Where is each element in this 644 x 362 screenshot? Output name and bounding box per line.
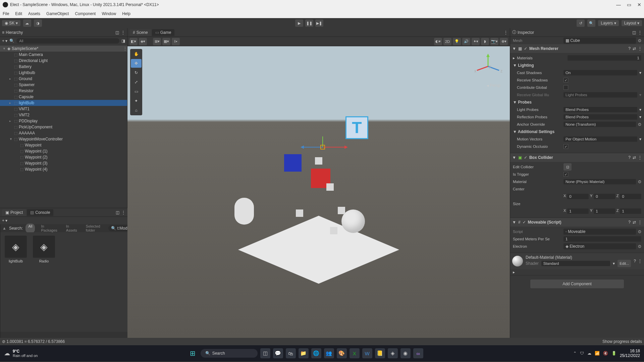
draw-mode-dropdown[interactable]: ◐▾: [434, 38, 442, 45]
menu-file[interactable]: File: [3, 11, 9, 16]
tray-volume-icon[interactable]: 🔇: [603, 351, 608, 356]
explorer-icon[interactable]: 📁: [299, 348, 309, 358]
shader-dropdown[interactable]: Standard: [541, 261, 610, 266]
projection-label[interactable]: ◂ Persp: [487, 83, 500, 88]
taskbar-search[interactable]: 🔍 Search: [201, 349, 258, 358]
taskbar-clock[interactable]: 16:18 25/12/2022: [620, 349, 640, 358]
mesh-value[interactable]: ▦ Cube: [564, 38, 636, 44]
shader-edit-button[interactable]: Edit...: [618, 260, 631, 267]
edge-icon[interactable]: 🌐: [311, 348, 321, 358]
menu-assets[interactable]: Assets: [28, 11, 40, 16]
close-button[interactable]: ✕: [637, 2, 641, 7]
minimize-button[interactable]: —: [616, 2, 621, 7]
transform-tool[interactable]: ✦: [131, 97, 142, 105]
hierarchy-item[interactable]: ⬚ Lightbulb: [0, 70, 127, 76]
filter-in-packages[interactable]: In Packages: [38, 224, 60, 233]
asset-item[interactable]: ◈lightBulb: [4, 236, 28, 263]
grid-dropdown[interactable]: ⊞▾: [153, 38, 161, 45]
account-dropdown[interactable]: ◉ SK ▾: [2, 20, 20, 26]
inspector-lock-icon[interactable]: ◫: [632, 30, 636, 35]
status-error-icon[interactable]: ⊘: [2, 339, 5, 344]
pivot-dropdown[interactable]: ◧▾: [129, 38, 138, 45]
hierarchy-item[interactable]: ⬚ Waypoint (4): [0, 166, 127, 172]
hierarchy-item[interactable]: ⬚ Waypoint (1): [0, 148, 127, 154]
mesh-picker-icon[interactable]: ⊙: [638, 38, 641, 43]
2d-toggle[interactable]: 2D: [443, 38, 451, 45]
progress-details-button[interactable]: Show progress details: [602, 339, 642, 344]
mesh-renderer-header[interactable]: ▼▦✓ Mesh Renderer ?⇄⋮: [510, 44, 644, 53]
receive-shadows-checkbox[interactable]: ✓: [564, 78, 568, 82]
hierarchy-lock-icon[interactable]: ◫: [115, 30, 119, 35]
center-z-input[interactable]: 0: [620, 194, 641, 199]
rotate-tool[interactable]: ↻: [131, 68, 142, 77]
hierarchy-item[interactable]: ▸⬚ PDDisplay: [0, 118, 127, 124]
scene-viewport[interactable]: ✋ ✥ ↻ ⤢ ▭ ✦ ⌂ xzy ◂ Persp T: [127, 46, 510, 338]
is-trigger-checkbox[interactable]: ✓: [564, 172, 568, 177]
lighting-toggle[interactable]: 💡: [453, 38, 461, 45]
weather-widget[interactable]: ☁ 9°CRain off and on: [4, 349, 38, 358]
snap-dropdown[interactable]: ▦▾: [162, 38, 170, 45]
pause-button[interactable]: ❚❚: [305, 19, 313, 27]
center-y-input[interactable]: 0: [594, 194, 615, 199]
vs-icon[interactable]: ∞: [413, 348, 423, 358]
tray-wifi-icon[interactable]: 📶: [595, 351, 600, 356]
tray-chevron-icon[interactable]: ⌃: [573, 351, 577, 356]
center-x-input[interactable]: 0: [567, 194, 589, 199]
cloud-icon[interactable]: ☁: [23, 19, 31, 27]
excel-icon[interactable]: X: [350, 348, 360, 358]
inspector-tab[interactable]: Inspector: [518, 30, 534, 35]
light-probes-dropdown[interactable]: Blend Probes: [564, 107, 637, 112]
physic-material-field[interactable]: None (Physic Material): [564, 179, 636, 184]
hierarchy-item[interactable]: ⬚ VMT2: [0, 112, 127, 118]
hierarchy-tab[interactable]: Hierarchy: [6, 30, 23, 35]
reflection-probes-dropdown[interactable]: Blend Probes: [564, 114, 637, 120]
step-button[interactable]: ▶❚: [315, 19, 323, 27]
hierarchy-item[interactable]: ⬚ Resistor: [0, 88, 127, 94]
hierarchy-filter-icon[interactable]: ◨: [121, 39, 125, 43]
chrome-icon[interactable]: ◉: [400, 348, 411, 358]
local-dropdown[interactable]: ◈▾: [139, 38, 147, 45]
teams-icon[interactable]: 👥: [324, 348, 334, 358]
filter-all[interactable]: All: [25, 224, 35, 233]
version-control-icon[interactable]: ◑: [34, 19, 42, 27]
hierarchy-item[interactable]: ⬚ Directional Light: [0, 58, 127, 64]
hierarchy-create-dropdown[interactable]: + ▾: [2, 39, 7, 43]
orientation-gizmo[interactable]: xzy: [473, 53, 503, 80]
hierarchy-item[interactable]: ⬚ Waypoint (2): [0, 154, 127, 160]
hierarchy-item[interactable]: ⬚ Waypoint (3): [0, 160, 127, 166]
hierarchy-item[interactable]: ⬚ PickUpComponent: [0, 124, 127, 130]
scene-tab[interactable]: # Scene: [129, 29, 151, 36]
console-tab[interactable]: ▤ Console: [27, 209, 53, 216]
project-lock-icon[interactable]: ◫: [116, 210, 119, 215]
add-component-button[interactable]: Add Component: [530, 280, 624, 288]
motion-vectors-dropdown[interactable]: Per Object Motion: [564, 136, 637, 142]
electron-field[interactable]: ◈ Electron: [564, 243, 636, 249]
tray-battery-icon[interactable]: 🔋: [611, 351, 616, 356]
layers-dropdown[interactable]: Layers ▾: [598, 20, 619, 26]
menu-component[interactable]: Component: [75, 11, 96, 16]
box-collider-header[interactable]: ▼▣✓ Box Collider ?⇄⋮: [510, 153, 644, 162]
menu-help[interactable]: Help: [122, 11, 130, 16]
undo-history-icon[interactable]: ↺: [577, 19, 585, 27]
tray-onedrive-icon[interactable]: ☁: [587, 351, 591, 356]
hierarchy-item[interactable]: ▸⬚ lightBulb: [0, 100, 127, 106]
notes-icon[interactable]: 📒: [375, 348, 385, 358]
layout-dropdown[interactable]: Layout ▾: [622, 20, 642, 26]
project-tab[interactable]: ▣ Project: [2, 209, 26, 216]
size-z-input[interactable]: 1: [620, 208, 641, 214]
asset-item[interactable]: ◈Radio: [32, 236, 56, 263]
move-tool[interactable]: ✥: [131, 59, 142, 68]
play-button[interactable]: ▶: [295, 19, 303, 27]
visibility-toggle[interactable]: ◗: [481, 38, 489, 45]
camera-dropdown[interactable]: 📷▾: [490, 38, 498, 45]
size-y-input[interactable]: 1: [594, 208, 615, 214]
hand-tool[interactable]: ✋: [131, 50, 142, 58]
menu-window[interactable]: Window: [102, 11, 116, 16]
materials-count[interactable]: 1: [568, 55, 641, 61]
project-menu-icon[interactable]: ⋮: [121, 210, 125, 215]
contribute-gi-checkbox[interactable]: [564, 85, 568, 90]
unity-hub-icon[interactable]: ◈: [388, 348, 398, 358]
scene-menu-icon[interactable]: ⋮: [504, 30, 508, 35]
moveable-header[interactable]: ▼#✓ Moveable (Script) ?⇄⋮: [510, 218, 644, 227]
scale-tool[interactable]: ⤢: [131, 78, 142, 86]
